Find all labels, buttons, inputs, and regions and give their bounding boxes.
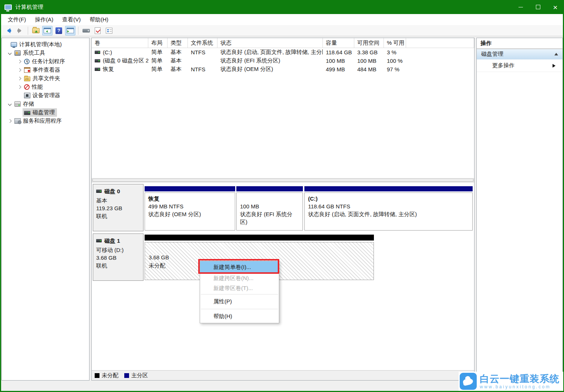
more-actions-item[interactable]: 更多操作: [477, 59, 563, 72]
disk-0-label[interactable]: 磁盘 0 基本 119.23 GB 联机: [93, 184, 143, 231]
volume-free-space: 484 MB: [354, 65, 384, 74]
menu-view[interactable]: 查看(V): [58, 15, 85, 25]
back-button[interactable]: [3, 26, 14, 35]
tree-item-label: 存储: [23, 100, 34, 108]
toggle-action-pane-button[interactable]: [65, 26, 75, 35]
tree-item-computer-management[interactable]: 计算机管理(本地): [2, 40, 89, 49]
partition-c[interactable]: (C:) 118.64 GB NTFS 状态良好 (启动, 页面文件, 故障转储…: [304, 184, 473, 231]
disk-status: 联机: [96, 212, 141, 220]
volume-status: 状态良好 (EFI 系统分区): [217, 57, 323, 65]
minimize-button[interactable]: [512, 0, 529, 14]
volume-row-efi[interactable]: (磁盘 0 磁盘分区 2) 简单 基本 状态良好 (EFI 系统分区) 100 …: [92, 57, 474, 65]
volume-name: (C:): [103, 49, 112, 55]
primary-partition-bar: [236, 186, 303, 191]
menu-bar: 文件(F) 操作(A) 查看(V) 帮助(H): [1, 14, 563, 25]
column-free-space[interactable]: 可用空间: [354, 38, 384, 48]
collapse-section-icon[interactable]: [554, 51, 558, 55]
actions-section-label: 磁盘管理: [481, 51, 503, 58]
disk-icon: [96, 190, 102, 193]
tree-item-storage[interactable]: 存储: [2, 100, 89, 108]
check-document-icon: [95, 27, 101, 34]
volume-layout: 简单: [148, 57, 168, 65]
tree-item-services-applications[interactable]: 服务和应用程序: [2, 117, 89, 125]
menu-action[interactable]: 操作(A): [30, 15, 58, 25]
computer-management-app-icon: [4, 4, 12, 10]
partition-status: 状态良好 (EFI 系统分区): [240, 210, 299, 226]
tree-item-label: 共享文件夹: [33, 75, 60, 82]
volume-list: 卷 布局 类型 文件系统 状态 容量 可用空间 % 可用 (C:) 简单 基本 …: [92, 38, 474, 178]
volume-percent-free: 3 %: [384, 48, 406, 57]
actions-section-disk-management[interactable]: 磁盘管理: [477, 49, 563, 59]
column-type[interactable]: 类型: [168, 38, 188, 48]
folder-up-icon: [32, 28, 40, 33]
tree-item-shared-folders[interactable]: 共享文件夹: [2, 74, 89, 83]
menu-item-help[interactable]: 帮助(H): [200, 310, 279, 323]
tree-item-label: 性能: [32, 83, 43, 91]
chevron-right-icon[interactable]: [17, 60, 21, 64]
maximize-button[interactable]: [529, 0, 547, 14]
column-layout[interactable]: 布局: [148, 38, 168, 48]
chevron-right-icon[interactable]: [8, 119, 11, 123]
column-percent-free[interactable]: % 可用: [384, 38, 406, 48]
chevron-down-icon[interactable]: [8, 102, 11, 106]
services-icon: [14, 118, 21, 124]
forward-arrow-icon: [16, 28, 24, 33]
menu-item-properties[interactable]: 属性(P): [200, 295, 279, 308]
column-volume[interactable]: 卷: [92, 38, 148, 48]
disk-graphical-view: 磁盘 0 基本 119.23 GB 联机 恢复 499 MB NTFS 状态良好…: [92, 183, 474, 370]
partition-info: 118.64 GB NTFS: [308, 202, 469, 210]
tree-item-performance[interactable]: 性能: [2, 83, 89, 91]
unallocated-size: 3.68 GB: [149, 253, 169, 262]
volume-type: 基本: [168, 57, 188, 65]
column-capacity[interactable]: 容量: [323, 38, 354, 48]
primary-partition-legend-label: 主分区: [131, 372, 148, 379]
disk-tool-button[interactable]: [81, 26, 91, 35]
toggle-console-tree-button[interactable]: [42, 26, 53, 35]
up-level-button[interactable]: [31, 26, 41, 35]
volume-row-c[interactable]: (C:) 简单 基本 NTFS 状态良好 (启动, 页面文件, 故障转储, 主分…: [92, 48, 474, 57]
menu-file[interactable]: 文件(F): [3, 15, 30, 25]
scrollbar-thumb[interactable]: [92, 179, 473, 182]
partition-recovery[interactable]: 恢复 499 MB NTFS 状态良好 (OEM 分区): [145, 184, 235, 231]
volume-capacity: 100 MB: [323, 57, 354, 65]
toolbar: ?: [1, 25, 563, 36]
watermark-title: 白云一键重装系统: [480, 373, 560, 384]
tree-item-device-manager[interactable]: 设备管理器: [2, 91, 89, 100]
horizontal-scrollbar[interactable]: [92, 178, 474, 183]
unallocated-bar: [145, 235, 374, 241]
volume-filesystem: [188, 57, 217, 65]
tree-item-task-scheduler[interactable]: 任务计划程序: [2, 57, 89, 66]
disk-1-label[interactable]: 磁盘 1 可移动 (D:) 3.68 GB 联机: [93, 234, 143, 281]
close-icon: ×: [553, 3, 557, 11]
primary-partition-bar: [145, 186, 235, 191]
more-actions-label: 更多操作: [492, 62, 514, 69]
tree-item-label: 磁盘管理: [33, 109, 55, 116]
forward-button[interactable]: [15, 26, 25, 35]
tree-item-event-viewer[interactable]: 事件查看器: [2, 66, 89, 74]
tree-item-system-tools[interactable]: 系统工具: [2, 49, 89, 57]
volume-layout: 简单: [148, 48, 168, 57]
menu-item-new-striped-volume: 新建带区卷(T)...: [200, 283, 279, 293]
volume-row-recovery[interactable]: 恢复 简单 基本 NTFS 状态良好 (OEM 分区) 499 MB 484 M…: [92, 65, 474, 74]
help-button[interactable]: ?: [54, 26, 64, 35]
volume-status: 状态良好 (OEM 分区): [217, 65, 323, 74]
tree-item-label: 服务和应用程序: [23, 117, 62, 125]
column-filesystem[interactable]: 文件系统: [188, 38, 217, 48]
check-document-button[interactable]: [92, 26, 103, 35]
menu-item-new-simple-volume[interactable]: 新建简单卷(I)...: [200, 261, 279, 273]
partition-efi[interactable]: 100 MB 状态良好 (EFI 系统分区): [236, 184, 303, 231]
partition-name: [240, 195, 299, 202]
chevron-right-icon[interactable]: [17, 77, 21, 81]
chevron-right-icon[interactable]: [17, 68, 21, 72]
chevron-down-icon[interactable]: [8, 51, 11, 55]
shared-folders-icon: [24, 76, 30, 81]
partition-name: 恢复: [148, 195, 232, 202]
tree-item-disk-management[interactable]: 磁盘管理: [2, 108, 89, 117]
column-status[interactable]: 状态: [217, 38, 323, 48]
menu-help[interactable]: 帮助(H): [85, 15, 113, 25]
partition-name: (C:): [308, 195, 469, 202]
checklist-button[interactable]: [104, 26, 114, 35]
chevron-right-icon[interactable]: [17, 85, 21, 89]
device-manager-icon: [24, 93, 30, 98]
close-button[interactable]: ×: [547, 0, 564, 14]
